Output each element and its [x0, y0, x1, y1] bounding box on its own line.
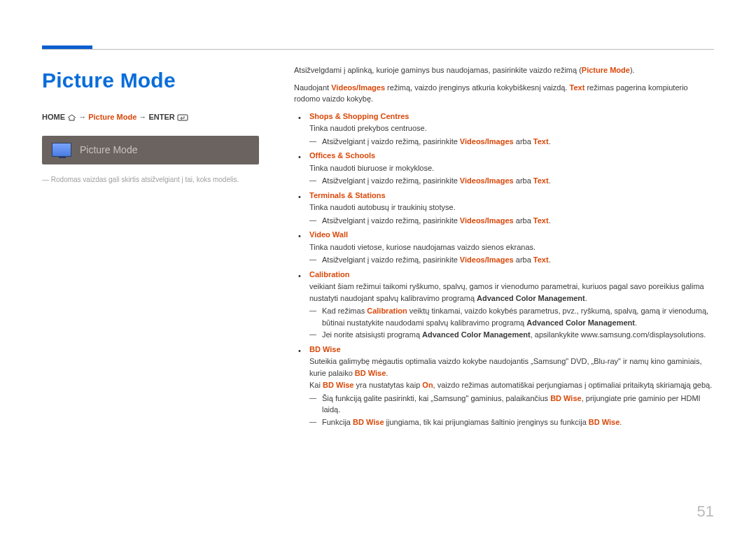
modes-list: • Shops & Shopping Centres Tinka naudoti…: [294, 111, 714, 428]
intro-line-2: Naudojant Videos/Images režimą, vaizdo į…: [294, 82, 714, 105]
section-title: Picture Mode: [42, 64, 273, 96]
right-column: Atsižvelgdami į aplinką, kurioje gaminys…: [294, 64, 714, 430]
nav-enter: ENTER: [148, 113, 174, 121]
navigation-path: HOME → Picture Mode → ENTER: [42, 111, 273, 125]
mode-videowall: • Video Wall Tinka naudoti vietose, kuri…: [294, 229, 714, 266]
nav-home: HOME: [42, 113, 65, 121]
mode-sub: Atsižvelgiant į vaizdo režimą, pasirinki…: [309, 136, 714, 148]
content-columns: Picture Mode HOME → Picture Mode → ENTER…: [42, 64, 714, 430]
mode-calibration: • Calibration veikiant šiam režimui taik…: [294, 269, 714, 341]
intro-line-1: Atsižvelgdami į aplinką, kurioje gaminys…: [294, 64, 714, 76]
document-page: Picture Mode HOME → Picture Mode → ENTER…: [0, 0, 756, 534]
nav-picture-mode: Picture Mode: [88, 113, 136, 121]
left-column: Picture Mode HOME → Picture Mode → ENTER…: [42, 64, 294, 430]
nav-arrow: →: [139, 113, 148, 121]
bdwise-sub: Šią funkciją galite pasirinkti, kai „Sam…: [309, 393, 714, 416]
calibration-sub: Kad režimas Calibration veiktų tinkamai,…: [309, 305, 714, 328]
model-footnote: Rodomas vaizdas gali skirtis atsižvelgia…: [42, 174, 273, 185]
mode-sub: Atsižvelgiant į vaizdo režimą, pasirinki…: [309, 215, 714, 227]
mode-sub: Atsižvelgiant į vaizdo režimą, pasirinki…: [309, 254, 714, 266]
mode-bdwise: • BD Wise Suteikia galimybę mėgautis opt…: [294, 344, 714, 428]
home-icon: [67, 113, 76, 125]
ui-preview-card: Picture Mode: [42, 136, 259, 164]
mode-sub: Atsižvelgiant į vaizdo režimą, pasirinki…: [309, 175, 714, 187]
mode-offices: • Offices & Schools Tinka naudoti biuruo…: [294, 150, 714, 187]
top-divider: [42, 49, 714, 50]
ui-preview-label: Picture Mode: [80, 143, 137, 157]
bdwise-sub: Funkcija BD Wise įjungiama, tik kai prij…: [309, 416, 714, 428]
enter-icon: [177, 113, 188, 125]
nav-arrow: →: [78, 113, 88, 121]
page-number: 51: [697, 500, 714, 523]
mode-shops: • Shops & Shopping Centres Tinka naudoti…: [294, 111, 714, 148]
svg-rect-0: [178, 115, 188, 120]
calibration-sub: Jei norite atsisiųsti programą Advanced …: [309, 329, 714, 341]
monitor-icon: [52, 143, 71, 157]
mode-terminals: • Terminals & Stations Tinka naudoti aut…: [294, 190, 714, 227]
